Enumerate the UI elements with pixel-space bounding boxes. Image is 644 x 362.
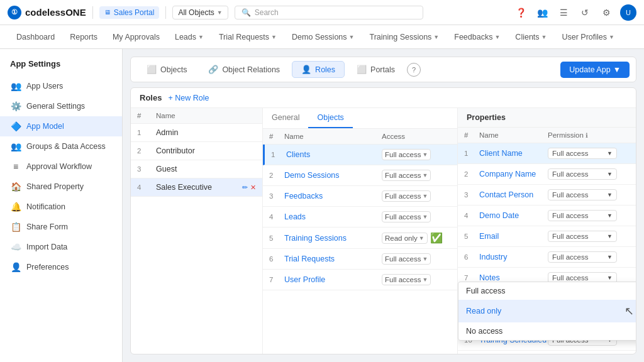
objects-panel: General Objects # Name Access 1 Clients <box>263 108 458 354</box>
sidebar-item-preferences[interactable]: 👤 Preferences <box>0 257 122 277</box>
demo-date-perm-select[interactable]: Full access ▼ <box>548 210 617 221</box>
role-row-guest[interactable]: 3 Guest <box>131 160 262 178</box>
search-bar[interactable]: 🔍 Search <box>235 6 423 19</box>
sidebar-item-general-settings[interactable]: ⚙️ General Settings <box>0 96 122 116</box>
history-icon[interactable]: ↺ <box>577 5 592 20</box>
tab-portals[interactable]: ⬜ Portals <box>347 61 404 78</box>
general-settings-icon: ⚙️ <box>10 101 21 111</box>
permission-info-icon[interactable]: ℹ <box>586 132 588 139</box>
col-name-header: Name <box>156 112 256 119</box>
nav-feedbacks[interactable]: Feedbacks▼ <box>448 28 506 47</box>
sidebar-item-import-data[interactable]: ☁️ Import Data <box>0 237 122 257</box>
main-layout: App Settings 👥 App Users ⚙️ General Sett… <box>0 49 644 362</box>
app-name: Sales Portal <box>114 8 155 17</box>
edit-role-icon[interactable]: ✏ <box>242 184 248 192</box>
feedbacks-access-select[interactable]: Full access ▼ <box>382 190 431 202</box>
prop-row-client-name[interactable]: 1 Client Name Full access ▼ <box>458 143 636 164</box>
client-name-perm-select[interactable]: Full access ▼ <box>548 148 617 159</box>
app-badge[interactable]: 🖥 Sales Portal <box>99 6 160 19</box>
nav-clients[interactable]: Clients▼ <box>509 28 553 47</box>
update-app-button[interactable]: Update App ▼ <box>560 62 630 78</box>
training-sessions-access-select[interactable]: Read only ▼ <box>382 233 428 244</box>
nav-demo-sessions[interactable]: Demo Sessions▼ <box>286 28 360 47</box>
nav-user-profiles[interactable]: User Profiles▼ <box>556 28 621 47</box>
tab-objects[interactable]: ⬜ Objects <box>137 61 196 78</box>
role-row-sales-executive[interactable]: 4 Sales Executive ✏ ✕ <box>131 178 262 197</box>
dropdown-option-no-access[interactable]: No access <box>458 322 636 340</box>
tab-roles-label: Roles <box>315 65 335 74</box>
all-objects-btn[interactable]: All Objects ▼ <box>172 6 228 19</box>
dropdown-option-read-only[interactable]: Read only ↖ <box>458 300 636 322</box>
topbar-separator2 <box>165 6 166 19</box>
training-sessions-check-icon: ✅ <box>430 232 443 244</box>
nav-training-sessions[interactable]: Training Sessions▼ <box>363 28 445 47</box>
sidebar-item-groups-data-access[interactable]: 👥 Groups & Data Access <box>0 136 122 156</box>
obj-row-leads[interactable]: 4 Leads Full access ▼ <box>263 207 457 228</box>
settings-icon[interactable]: ⚙ <box>599 5 614 20</box>
roles-list-header: # Name <box>131 108 262 124</box>
obj-row-demo-sessions[interactable]: 2 Demo Sessions Full access ▼ <box>263 165 457 186</box>
nav-reports[interactable]: Reports <box>64 28 104 47</box>
menu-icon[interactable]: ☰ <box>556 5 571 20</box>
prop-row-demo-date[interactable]: 4 Demo Date Full access ▼ <box>458 206 636 226</box>
obj-tab-objects[interactable]: Objects <box>308 108 352 128</box>
role-row-contributor[interactable]: 2 Contributor <box>131 142 262 160</box>
avatar[interactable]: U <box>620 4 636 21</box>
sidebar-item-app-model[interactable]: 🔷 App Model <box>0 116 122 136</box>
approval-icon: ≡ <box>10 162 21 172</box>
roles-tab-icon: 👤 <box>301 65 311 74</box>
clients-access-select[interactable]: Full access ▼ <box>382 149 431 160</box>
sidebar-item-share-form[interactable]: 📋 Share Form <box>0 217 122 237</box>
roles-body: # Name 1 Admin 2 Contributor 3 Guest <box>131 108 636 354</box>
all-objects-arrow: ▼ <box>217 9 223 16</box>
users-icon[interactable]: 👥 <box>535 5 550 20</box>
sidebar-item-shared-property[interactable]: 🏠 Shared Property <box>0 177 122 197</box>
sidebar-item-app-users[interactable]: 👥 App Users <box>0 76 122 96</box>
delete-role-icon[interactable]: ✕ <box>250 184 256 192</box>
trial-requests-access-select[interactable]: Full access ▼ <box>382 253 431 265</box>
industry-perm-select[interactable]: Full access ▼ <box>548 251 617 263</box>
role-row-admin[interactable]: 1 Admin <box>131 124 262 142</box>
tab-roles[interactable]: 👤 Roles <box>292 61 345 78</box>
obj-row-feedbacks[interactable]: 3 Feedbacks Full access ▼ <box>263 186 457 207</box>
contact-person-perm-select[interactable]: Full access ▼ <box>548 189 617 200</box>
leads-access-select[interactable]: Full access ▼ <box>382 211 431 222</box>
prop-row-notes[interactable]: 7 Notes Full access ▼ Full access <box>458 268 636 288</box>
obj-tab-general[interactable]: General <box>263 108 308 128</box>
notes-permission-dropdown: Full access Read only ↖ No access <box>458 282 636 341</box>
dropdown-option-full-access[interactable]: Full access <box>458 282 636 300</box>
roles-header: Roles + New Role <box>131 88 636 108</box>
obj-row-user-profile[interactable]: 7 User Profile Full access ▼ <box>263 270 457 290</box>
nav-dashboard[interactable]: Dashboard <box>10 28 61 47</box>
sidebar-item-label: Preferences <box>26 263 69 272</box>
share-form-icon: 📋 <box>10 222 21 232</box>
logo-text: codelessONE <box>25 7 86 18</box>
email-perm-select[interactable]: Full access ▼ <box>548 231 617 242</box>
topbar: ① codelessONE 🖥 Sales Portal All Objects… <box>0 0 644 25</box>
nav-my-approvals[interactable]: My Approvals <box>106 28 166 47</box>
properties-panel: Properties # Name Permission ℹ 1 Client … <box>458 108 636 354</box>
nav-trial-requests[interactable]: Trial Requests▼ <box>213 28 283 47</box>
sidebar-item-approval-workflow[interactable]: ≡ Approval Workflow <box>0 156 122 177</box>
shared-property-icon: 🏠 <box>10 182 21 192</box>
sidebar-item-notification[interactable]: 🔔 Notification <box>0 197 122 217</box>
help-icon[interactable]: ❓ <box>513 5 528 20</box>
prop-row-email[interactable]: 5 Email Full access ▼ <box>458 226 636 247</box>
tab-object-relations[interactable]: 🔗 Object Relations <box>199 61 289 78</box>
new-role-button[interactable]: + New Role <box>168 94 209 102</box>
sidebar-item-label: Share Form <box>26 222 68 231</box>
company-name-perm-select[interactable]: Full access ▼ <box>548 168 617 180</box>
obj-row-training-sessions[interactable]: 5 Training Sessions Read only ▼ ✅ <box>263 228 457 249</box>
prop-row-company-name[interactable]: 2 Company Name Full access ▼ <box>458 164 636 185</box>
demo-sessions-access-select[interactable]: Full access ▼ <box>382 170 431 181</box>
obj-row-clients[interactable]: 1 Clients Full access ▼ <box>263 145 457 165</box>
obj-row-trial-requests[interactable]: 6 Trial Requests Full access ▼ <box>263 249 457 270</box>
nav-leads[interactable]: Leads▼ <box>169 28 210 47</box>
prop-row-industry[interactable]: 6 Industry Full access ▼ <box>458 247 636 268</box>
tab-help-icon[interactable]: ? <box>407 63 421 77</box>
objects-list-header: # Name Access <box>263 129 457 145</box>
prop-row-contact-person[interactable]: 3 Contact Person Full access ▼ <box>458 185 636 206</box>
user-profile-access-select[interactable]: Full access ▼ <box>382 274 431 285</box>
app-model-icon: 🔷 <box>10 121 21 131</box>
app-badge-icon: 🖥 <box>104 9 111 16</box>
